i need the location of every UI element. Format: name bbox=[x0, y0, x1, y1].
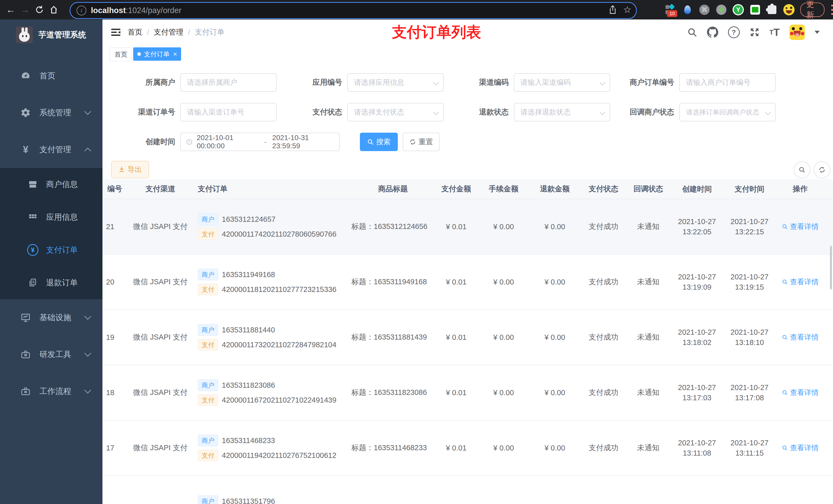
avatar[interactable] bbox=[789, 25, 805, 40]
callback-status-select[interactable] bbox=[679, 103, 776, 121]
sidebar-item-app-info[interactable]: 应用信息 bbox=[0, 201, 102, 234]
table-row[interactable]: 18 微信 JSAPI 支付 商户1635311823086 支付4200001… bbox=[102, 365, 833, 421]
filter-channel-code: 渠道编码 bbox=[451, 73, 610, 92]
table-row[interactable]: 20 微信 JSAPI 支付 商户1635311949168 支付4200001… bbox=[102, 255, 833, 310]
browser-update-button[interactable]: 更新 bbox=[800, 3, 825, 17]
pay-no-tag: 支付 bbox=[198, 339, 218, 351]
export-button[interactable]: 导出 bbox=[111, 161, 149, 178]
sidebar-item-merchant-info[interactable]: 商户信息 bbox=[0, 168, 102, 201]
search-icon[interactable] bbox=[687, 27, 697, 38]
date-end: 2021-10-31 23:59:59 bbox=[272, 134, 334, 150]
filter-label: 支付状态 bbox=[278, 107, 347, 117]
sidebar-item-pay[interactable]: ¥ 支付管理 bbox=[0, 131, 102, 168]
profile-emoji-icon[interactable] bbox=[783, 4, 794, 15]
fullscreen-icon[interactable] bbox=[749, 27, 760, 38]
view-detail-link[interactable]: 查看详情 bbox=[782, 222, 819, 232]
browser-menu-icon[interactable] bbox=[831, 5, 833, 15]
table-row[interactable]: 21 微信 JSAPI 支付 商户1635312124657 支付4200001… bbox=[102, 199, 833, 255]
page-scrollbar[interactable] bbox=[830, 246, 832, 289]
sidebar-item-refund-order[interactable]: 退款订单 bbox=[0, 266, 102, 299]
sidebar-item-devtools[interactable]: 研发工具 bbox=[0, 336, 102, 373]
extension-chat-icon[interactable] bbox=[749, 4, 761, 15]
extension-y-icon[interactable]: Y bbox=[733, 4, 744, 15]
bookmark-star-icon[interactable]: ☆ bbox=[623, 4, 632, 15]
filter-create-time: 创建时间 2021-10-01 00:00:00 - 2021-10-31 23… bbox=[108, 133, 340, 151]
breadcrumb-home[interactable]: 首页 bbox=[127, 27, 142, 38]
toggle-search-button[interactable] bbox=[793, 161, 810, 178]
breadcrumb-current: 支付订单 bbox=[195, 27, 224, 38]
close-icon[interactable]: × bbox=[173, 50, 177, 58]
sidebar-collapse-icon[interactable] bbox=[110, 26, 122, 39]
page-content: 所属商户 应用编号 渠道编码 商户订单编号 渠道订单号 支付状态 退款状态 bbox=[102, 63, 833, 504]
sidebar-item-pay-order[interactable]: ¥ 支付订单 bbox=[0, 234, 102, 266]
extensions-puzzle-icon[interactable] bbox=[766, 4, 778, 15]
url-path: :1024/pay/order bbox=[126, 6, 181, 15]
refresh-icon bbox=[409, 139, 416, 145]
monitor-chart-icon bbox=[20, 312, 31, 323]
channel-code-select[interactable] bbox=[514, 73, 610, 92]
app-logo-row[interactable]: 芋道管理系统 bbox=[0, 20, 102, 50]
view-detail-link[interactable]: 查看详情 bbox=[782, 443, 819, 453]
pay-status-select[interactable] bbox=[347, 103, 444, 121]
table-row[interactable]: 19 微信 JSAPI 支付 商户1635311881440 支付4200001… bbox=[102, 310, 833, 365]
sidebar-item-workflow[interactable]: 工作流程 bbox=[0, 373, 102, 410]
url-bar[interactable]: i localhost:1024/pay/order ☆ bbox=[70, 2, 637, 19]
site-info-icon[interactable]: i bbox=[77, 6, 86, 15]
table-row[interactable]: 17 微信 JSAPI 支付 商户1635311468233 支付4200001… bbox=[102, 421, 833, 476]
sidebar-item-label: 退款订单 bbox=[46, 278, 78, 288]
reset-button[interactable]: 重置 bbox=[403, 133, 439, 151]
tab-pay-order-active[interactable]: 支付订单 × bbox=[133, 47, 181, 61]
extension-record-icon[interactable] bbox=[716, 4, 727, 15]
toolbox-icon bbox=[20, 349, 31, 360]
merchant-no: 1635311351796 bbox=[222, 497, 275, 504]
filter-label: 创建时间 bbox=[108, 137, 180, 147]
pay-no-tag: 支付 bbox=[198, 228, 218, 240]
table-header: 编号 支付渠道 支付订单 商品标题 支付金额 手续金额 退款金额 支付状态 回调… bbox=[102, 179, 833, 199]
filter-pay-status: 支付状态 bbox=[278, 103, 444, 121]
date-range-picker[interactable]: 2021-10-01 00:00:00 - 2021-10-31 23:59:5… bbox=[180, 133, 340, 151]
extension-drop-icon[interactable] bbox=[682, 4, 693, 15]
dashboard-icon bbox=[20, 71, 31, 81]
filter-callback-status: 回调商户状态 bbox=[597, 103, 776, 121]
sidebar-item-home[interactable]: 首页 bbox=[0, 57, 102, 94]
screen: ← → i localhost:1024/pay/order ☆ 10 ⌘ Y bbox=[0, 0, 833, 504]
grid-icon bbox=[27, 212, 39, 222]
avatar-caret-icon[interactable] bbox=[814, 31, 820, 34]
merchant-order-no-input[interactable] bbox=[679, 73, 776, 92]
refresh-icon bbox=[818, 166, 826, 173]
sidebar-item-system[interactable]: 系统管理 bbox=[0, 94, 102, 131]
view-detail-link[interactable]: 查看详情 bbox=[782, 332, 819, 342]
merchant-no: 1635311823086 bbox=[222, 381, 275, 389]
share-icon[interactable] bbox=[609, 5, 617, 14]
sidebar-item-infra[interactable]: 基础设施 bbox=[0, 299, 102, 336]
refund-status-select[interactable] bbox=[514, 103, 610, 121]
url-text[interactable]: localhost:1024/pay/order bbox=[91, 6, 181, 15]
extension-grid-icon[interactable]: 10 bbox=[665, 4, 676, 15]
app-no-select[interactable] bbox=[347, 73, 444, 92]
help-icon[interactable]: ? bbox=[728, 26, 740, 38]
table-row-partial[interactable]: 商户1635311351796 bbox=[102, 476, 833, 504]
gear-icon bbox=[20, 107, 31, 118]
breadcrumb-pay[interactable]: 支付管理 bbox=[154, 27, 184, 38]
pay-no-tag: 支付 bbox=[198, 284, 218, 295]
browser-reload-icon[interactable] bbox=[32, 3, 47, 17]
channel-order-no-input[interactable] bbox=[180, 103, 277, 121]
github-icon[interactable] bbox=[707, 27, 718, 38]
refresh-table-button[interactable] bbox=[813, 161, 830, 178]
merchant-no: 1635311881440 bbox=[222, 326, 275, 334]
extension-badge: 10 bbox=[667, 10, 677, 17]
pay-no-tag: 支付 bbox=[198, 394, 218, 406]
tab-home[interactable]: 首页 bbox=[110, 47, 132, 61]
font-size-icon[interactable]: TT bbox=[769, 27, 780, 38]
search-button[interactable]: 搜索 bbox=[360, 133, 398, 151]
browser-back-icon[interactable]: ← bbox=[4, 3, 18, 17]
browser-forward-icon[interactable]: → bbox=[18, 3, 32, 17]
merchant-select[interactable] bbox=[180, 73, 277, 92]
extension-command-icon[interactable]: ⌘ bbox=[699, 4, 710, 15]
merchant-no-tag: 商户 bbox=[198, 324, 218, 336]
pay-no: 4200001174202110278060590766 bbox=[222, 230, 336, 238]
view-detail-link[interactable]: 查看详情 bbox=[782, 388, 819, 398]
pay-submenu: 商户信息 应用信息 ¥ 支付订单 退款订单 bbox=[0, 168, 102, 299]
view-detail-link[interactable]: 查看详情 bbox=[782, 277, 819, 287]
browser-home-icon[interactable] bbox=[47, 3, 61, 17]
